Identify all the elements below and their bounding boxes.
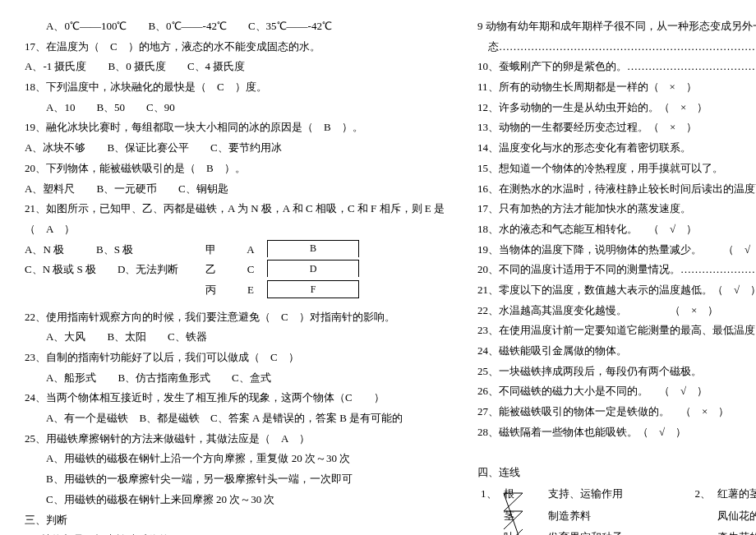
magnet-diagram: 甲 A B 乙 C D 丙 E F <box>205 240 359 301</box>
q19-options: A、冰块不够 B、保证比赛公平 C、要节约用冰 <box>25 138 445 159</box>
j17: 17、只有加热的方法才能加快水的蒸发速度。 （ × ） <box>477 199 756 219</box>
m2-l2: 牵牛花的茎 <box>714 527 756 535</box>
j15: 15、想知道一个物体的冷热程度，用手摸就可以了。 （ × ） <box>477 159 756 179</box>
q21-optC: C、N 极或 S 极 D、无法判断 <box>25 260 197 280</box>
row-yi: 乙 <box>205 260 234 280</box>
j16: 16、在测热水的水温时，待液柱静止较长时间后读出的温度更准。（ × ） <box>477 179 756 200</box>
j20: 20、不同的温度计适用于不同的测量情况。……………………………（ √ ） <box>477 260 756 280</box>
m1-r1: 制造养料 <box>545 505 626 528</box>
m1-l2: 叶 <box>500 527 518 535</box>
q25: 25、用磁铁摩擦钢针的方法来做磁针，其做法应是（ A ） <box>25 429 445 450</box>
q16-options: A、0℃——100℃ B、0℃——-42℃ C、35℃——-42℃ <box>25 16 445 37</box>
blank <box>477 442 756 463</box>
j13: 13、动物的一生都要经历变态过程。（ × ） <box>477 118 756 138</box>
j27: 27、能被磁铁吸引的物体一定是铁做的。 （ × ） <box>477 402 756 422</box>
j18: 18、水的液态和气态能互相转化。 （ √ ） <box>477 219 756 240</box>
j22: 22、水温越高其温度变化越慢。 （ × ） <box>477 301 756 321</box>
q21-answer: （ A ） <box>25 219 445 240</box>
m1-l1: 茎 <box>500 505 518 528</box>
q24: 24、当两个物体相互接近时，发生了相互推斥的现象，这两个物体（C ） <box>25 388 445 408</box>
q21: 21、如图所示，已知甲、乙、丙都是磁铁，A 为 N 极，A 和 C 相吸，C 和… <box>25 199 445 219</box>
q23-options: A、船形式 B、仿古指南鱼形式 C、盒式 <box>25 368 445 389</box>
m2-l1: 凤仙花的茎 <box>714 505 756 528</box>
q24-options: A、有一个是磁铁 B、都是磁铁 C、答案 A 是错误的，答案 B 是有可能的 <box>25 408 445 429</box>
row-bing: 丙 <box>205 280 234 301</box>
q21-optA: A、N 极 B、S 极 <box>25 240 197 261</box>
m2-l0: 红薯的茎 <box>714 483 756 505</box>
row-jia: 甲 <box>205 240 234 261</box>
j14: 14、温度变化与水的形态变化有着密切联系。 （ √ ） <box>477 138 756 159</box>
j28: 28、磁铁隔着一些物体也能吸铁。（ √ ） <box>477 422 756 443</box>
j24: 24、磁铁能吸引金属做的物体。 （ × ） <box>477 341 756 362</box>
j23: 23、在使用温度计前一定要知道它能测量的最高、最低温度。（ √ ） <box>477 321 756 341</box>
q25-optB: B、用磁铁的一极摩擦针尖一端，另一极摩擦针头一端，一次即可 <box>25 469 445 490</box>
q22: 22、使用指南针观察方向的时候，我们要注意避免（ C ）对指南针的影响。 <box>25 307 445 328</box>
j11: 11、所有的动物生长周期都是一样的（ × ） <box>477 77 756 98</box>
j9b: 态…………………………………………………………………（ √ ） <box>477 37 756 58</box>
m1-l0: 根 <box>500 483 518 505</box>
m1-num: 1、 <box>477 483 500 505</box>
q22-options: A、大风 B、太阳 C、铁器 <box>25 327 445 348</box>
q18-options: A、10 B、50 C、90 <box>25 98 445 118</box>
j26: 26、不同磁铁的磁力大小是不同的。 （ √ ） <box>477 381 756 402</box>
match-group-1-2: 1、根支持、运输作用 茎制造养料 叶发育果实和种子 花吸收固定作用 2、红薯的茎… <box>477 483 756 535</box>
q20: 20、下列物体，能被磁铁吸引的是（ B ）。 <box>25 159 445 179</box>
m1-r2: 发育果实和种子 <box>545 527 626 535</box>
j9a: 9 动物有幼年期和成年期样子很不同，从一种形态变成另外一种形态，这种变化叫变 <box>477 16 756 37</box>
q18: 18、下列温度中，冰块融化的最快是（ C ）度。 <box>25 77 445 98</box>
match2: 2、红薯的茎直立茎 凤仙花的茎缠绕茎 牵牛花的茎攀缘茎 葡萄的茎匍匐茎 <box>692 483 757 535</box>
j12: 12、许多动物的一生是从幼虫开始的。（ × ） <box>477 98 756 118</box>
j19: 19、当物体的温度下降，说明物体的热量减少。 （ √ ） <box>477 240 756 261</box>
q25-optC: C、用磁铁的磁极在钢针上来回摩擦 20 次～30 次 <box>25 490 445 510</box>
q17: 17、在温度为（ C ）的地方，液态的水不能变成固态的水。 <box>25 37 445 58</box>
right-column: 9 动物有幼年期和成年期样子很不同，从一种形态变成另外一种形态，这种变化叫变 态… <box>477 16 756 535</box>
m2-num: 2、 <box>692 483 715 505</box>
q23: 23、自制的指南针功能好了以后，我们可以做成（ C ） <box>25 348 445 368</box>
q17-options: A、-1 摄氏度 B、0 摄氏度 C、4 摄氏度 <box>25 57 445 77</box>
match1: 1、根支持、运输作用 茎制造养料 叶发育果实和种子 花吸收固定作用 <box>477 483 626 535</box>
j21: 21、零度以下的温度，数值越大表示的温度越低。（ √ ） <box>477 280 756 301</box>
q25-optA: A、用磁铁的磁极在钢针上沿一个方向摩擦，重复做 20 次～30 次 <box>25 449 445 469</box>
section3-title: 三、判断 <box>25 510 445 531</box>
q20-options: A、塑料尺 B、一元硬币 C、铜钥匙 <box>25 179 445 200</box>
section4-title: 四、连线 <box>477 463 756 483</box>
j25: 25、一块磁铁摔成两段后，每段仍有两个磁极。 （ √ ） <box>477 362 756 382</box>
q19: 19、融化冰块比赛时，每组都取一块大小相同的冰的原因是（ B ）。 <box>25 118 445 138</box>
m1-r0: 支持、运输作用 <box>545 483 626 505</box>
j1: 1、植物都是用根来繁殖后代的。 （ × ） <box>25 530 445 535</box>
left-column: A、0℃——100℃ B、0℃——-42℃ C、35℃——-42℃ 17、在温度… <box>25 16 445 535</box>
j10: 10、蚕蛾刚产下的卵是紫色的。…………………………………（ × ） <box>477 57 756 77</box>
